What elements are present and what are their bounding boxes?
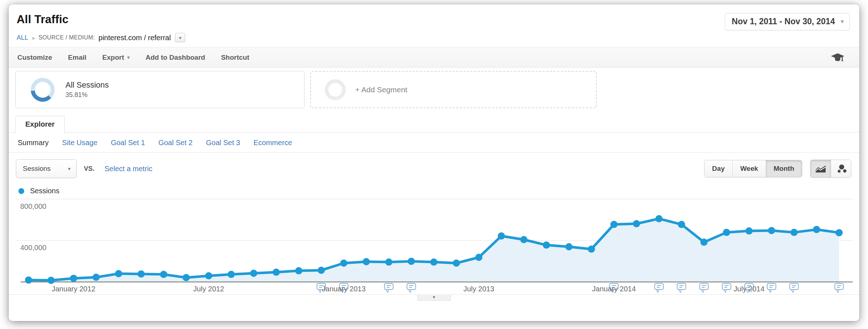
graduation-cap-icon[interactable] bbox=[830, 52, 845, 63]
annotation-marker[interactable] bbox=[655, 283, 663, 292]
report-header: All Traffic Nov 1, 2011 - Nov 30, 2014 ▾… bbox=[9, 4, 859, 42]
data-point[interactable] bbox=[408, 258, 415, 265]
annotation-marker[interactable] bbox=[767, 283, 776, 292]
chevron-down-icon: ▾ bbox=[179, 35, 182, 40]
export-label: Export bbox=[102, 54, 124, 62]
metric-selector-value: Sessions bbox=[23, 165, 51, 173]
line-chart-view-button[interactable] bbox=[810, 160, 831, 177]
data-point[interactable] bbox=[813, 226, 820, 233]
data-point[interactable] bbox=[678, 221, 685, 228]
annotation-marker[interactable] bbox=[722, 283, 731, 292]
add-segment-label: + Add Segment bbox=[355, 85, 407, 94]
data-point[interactable] bbox=[430, 258, 438, 266]
data-point[interactable] bbox=[498, 232, 505, 240]
metric-controls-row: Sessions ▾ VS. Select a metric Day Week … bbox=[9, 153, 859, 181]
granularity-week-button[interactable]: Week bbox=[732, 160, 766, 177]
data-point[interactable] bbox=[633, 220, 640, 227]
y-axis-label: 400,000 bbox=[20, 244, 46, 252]
email-button[interactable]: Email bbox=[68, 54, 86, 62]
subnav-goal-set-2[interactable]: Goal Set 2 bbox=[158, 139, 193, 147]
all-sessions-segment-card[interactable]: All Sessions 35.81% bbox=[15, 71, 305, 108]
x-axis-label: July 2012 bbox=[193, 285, 224, 293]
data-point[interactable] bbox=[93, 274, 100, 281]
granularity-month-button[interactable]: Month bbox=[766, 160, 802, 177]
data-point[interactable] bbox=[205, 272, 212, 279]
vs-label: VS. bbox=[84, 165, 94, 173]
data-point[interactable] bbox=[250, 270, 257, 277]
data-point[interactable] bbox=[363, 258, 370, 265]
y-axis-label: 800,000 bbox=[20, 202, 46, 210]
breadcrumb: ALL » SOURCE / MEDIUM: pinterest.com / r… bbox=[17, 33, 850, 42]
subnav-goal-set-1[interactable]: Goal Set 1 bbox=[111, 139, 145, 147]
data-point[interactable] bbox=[723, 229, 730, 236]
explorer-tab-row: Explorer bbox=[9, 115, 859, 132]
breadcrumb-separator: » bbox=[32, 35, 35, 41]
add-segment-button[interactable]: + Add Segment bbox=[310, 71, 597, 108]
page-title: All Traffic bbox=[17, 13, 68, 26]
subnav-summary[interactable]: Summary bbox=[18, 139, 49, 147]
explorer-subnav: Summary Site Usage Goal Set 1 Goal Set 2… bbox=[9, 132, 859, 153]
data-point[interactable] bbox=[340, 260, 348, 267]
data-point[interactable] bbox=[520, 236, 527, 243]
x-axis-label: July 2013 bbox=[463, 285, 494, 293]
customize-button[interactable]: Customize bbox=[17, 54, 52, 62]
annotation-marker[interactable] bbox=[384, 283, 393, 292]
x-axis-label: January 2012 bbox=[52, 285, 95, 293]
annotation-marker[interactable] bbox=[407, 283, 416, 292]
tab-explorer[interactable]: Explorer bbox=[15, 116, 65, 133]
subnav-site-usage[interactable]: Site Usage bbox=[62, 139, 98, 147]
data-point[interactable] bbox=[183, 274, 190, 281]
annotation-marker[interactable] bbox=[677, 283, 686, 292]
data-point[interactable] bbox=[137, 270, 145, 278]
data-point[interactable] bbox=[565, 243, 573, 250]
granularity-day-button[interactable]: Day bbox=[705, 160, 732, 177]
data-point[interactable] bbox=[385, 258, 392, 266]
chart-legend: Sessions bbox=[9, 181, 859, 198]
data-point[interactable] bbox=[70, 275, 77, 282]
annotation-marker[interactable] bbox=[700, 283, 709, 292]
data-point[interactable] bbox=[227, 271, 235, 278]
data-point[interactable] bbox=[610, 221, 618, 228]
metric-selector-dropdown[interactable]: Sessions ▾ bbox=[16, 159, 77, 178]
sessions-timeseries-chart[interactable]: 800,000400,000January 2012July 2012Janua… bbox=[15, 198, 853, 294]
line-chart-icon bbox=[815, 164, 826, 173]
motion-chart-view-button[interactable] bbox=[831, 160, 851, 177]
data-point[interactable] bbox=[295, 267, 302, 274]
annotations-collapse-tab[interactable]: ▼ bbox=[417, 294, 451, 301]
shortcut-button[interactable]: Shortcut bbox=[221, 54, 249, 62]
data-point[interactable] bbox=[160, 271, 167, 278]
data-point[interactable] bbox=[543, 241, 550, 249]
data-point[interactable] bbox=[25, 277, 32, 284]
granularity-button-group: Day Week Month bbox=[704, 160, 802, 177]
segment-name: All Sessions bbox=[65, 80, 109, 90]
data-point[interactable] bbox=[835, 229, 843, 236]
breadcrumb-dropdown-button[interactable]: ▾ bbox=[175, 33, 185, 42]
data-point[interactable] bbox=[318, 267, 325, 274]
data-point[interactable] bbox=[475, 254, 482, 261]
series-area-fill bbox=[29, 219, 839, 282]
data-point[interactable] bbox=[745, 227, 753, 235]
subnav-goal-set-3[interactable]: Goal Set 3 bbox=[206, 139, 240, 147]
date-range-picker[interactable]: Nov 1, 2011 - Nov 30, 2014 ▾ bbox=[725, 13, 850, 30]
data-point[interactable] bbox=[791, 229, 798, 236]
add-to-dashboard-button[interactable]: Add to Dashboard bbox=[146, 54, 205, 62]
empty-segment-ring-icon bbox=[325, 79, 346, 100]
data-point[interactable] bbox=[47, 277, 55, 284]
subnav-ecommerce[interactable]: Ecommerce bbox=[254, 139, 292, 147]
series-color-dot bbox=[18, 188, 24, 194]
chart-area: 800,000400,000January 2012July 2012Janua… bbox=[9, 198, 859, 294]
data-point[interactable] bbox=[453, 260, 460, 267]
series-legend-label: Sessions bbox=[30, 187, 59, 195]
select-a-metric-link[interactable]: Select a metric bbox=[105, 165, 152, 173]
data-point[interactable] bbox=[273, 269, 280, 276]
data-point[interactable] bbox=[655, 215, 663, 222]
data-point[interactable] bbox=[768, 227, 775, 234]
data-point[interactable] bbox=[701, 239, 708, 246]
breadcrumb-all-link[interactable]: ALL bbox=[17, 34, 28, 42]
export-menu-button[interactable]: Export ▾ bbox=[102, 54, 130, 62]
annotation-marker[interactable] bbox=[790, 283, 799, 292]
data-point[interactable] bbox=[588, 245, 595, 253]
all-sessions-donut bbox=[31, 78, 55, 102]
annotation-marker[interactable] bbox=[835, 283, 843, 292]
data-point[interactable] bbox=[115, 270, 122, 277]
